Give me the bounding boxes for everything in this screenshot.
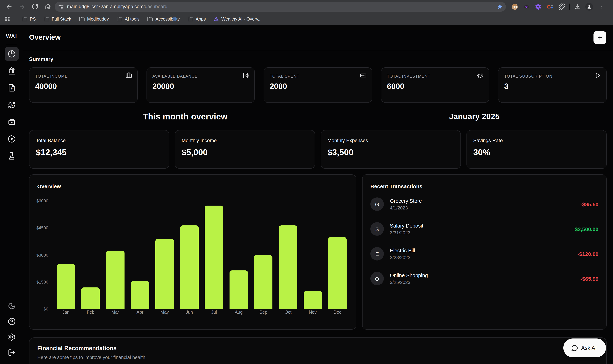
bookmarks-bar: PS Full Stack Medibuddy AI tools Accessi… [0,13,613,25]
settings-button[interactable] [7,332,16,342]
sidebar-item-labs[interactable] [4,149,19,163]
card-value: 30% [473,147,600,157]
card-label: Savings Rate [473,138,600,143]
bar-jan [54,201,78,309]
reload-button[interactable] [28,1,41,12]
x-tick: Jul [202,310,226,315]
chart-y-axis: $6000 $4500 $3000 $1500 $0 [29,201,50,309]
wealthy-ai-favicon [214,16,219,22]
add-button[interactable] [594,31,606,44]
card-label: TOTAL SPENT [270,74,366,78]
pie-chart-icon [8,50,15,58]
eye-extension-icon[interactable] [523,3,530,11]
transaction-info: Electric Bill 3/28/2023 [390,247,415,260]
card-value: 2000 [270,82,366,91]
transaction-date: 4/1/2023 [390,205,422,210]
sidebar-item-dashboard[interactable] [4,47,19,61]
bookmark-folder-accessibility[interactable]: Accessibility [144,15,183,23]
bar-apr [127,201,152,309]
transaction-info: Online Shopping 3/25/2023 [390,272,428,285]
bar-feb [78,201,103,309]
ask-ai-button[interactable]: Ask AI [563,338,606,357]
bookmark-folder-medibuddy[interactable]: Medibuddy [76,15,112,23]
gear-extension-icon[interactable] [534,3,542,11]
downloads-button[interactable] [574,3,581,11]
url-text: main.ddg8iicsr72an.amplifyapp.com/dashbo… [67,4,167,9]
chart-transactions-row: Overview $6000 $4500 $3000 $1500 $0 [29,174,607,330]
x-tick: Sep [251,310,276,315]
bookmark-label: Accessibility [156,16,180,21]
folder-icon [188,16,193,22]
page-header: Overview [23,25,613,50]
browser-menu-button[interactable] [597,3,605,11]
browser-chrome: main.ddg8iicsr72an.amplifyapp.com/dashbo… [0,0,613,25]
address-bar[interactable]: main.ddg8iicsr72an.amplifyapp.com/dashbo… [55,2,506,12]
bookmark-star-icon[interactable] [497,3,503,10]
bookmark-label: Wealthy AI - Overv... [221,16,262,21]
sidebar-item-subscriptions[interactable] [4,115,19,129]
avatar: O [370,272,384,285]
bar-mar [103,201,127,309]
sidebar-item-accounts[interactable] [4,64,19,78]
bookmark-label: AI tools [125,16,139,21]
transaction-amount: -$65.99 [580,275,599,282]
forward-button[interactable] [16,1,28,12]
sidebar-item-transactions[interactable]: $ [4,98,19,112]
help-button[interactable] [7,316,16,326]
card-label: TOTAL INVESTMENT [387,74,483,78]
summary-card-total-subscription: TOTAL SUBSCRIPTION 3 [498,67,607,103]
financial-recommendations-card: Financial Recommendations Here are some … [29,338,607,364]
theme-toggle-button[interactable] [7,301,16,311]
bookmark-folder-ai-tools[interactable]: AI tools [113,15,143,23]
bar-jul [202,201,226,309]
clerk-extension-icon[interactable]: C [546,3,554,11]
apps-grid-icon[interactable] [4,16,10,22]
bookmark-folder-ps[interactable]: PS [18,15,39,23]
month-overview-heading: This month overview [143,111,227,121]
month-headings-row: This month overview January 2025 [29,103,607,130]
bar-dec [325,201,350,309]
sidebar: WAI $ $ [0,25,23,364]
bar-aug [226,201,251,309]
card-label: Total Balance [36,138,163,143]
site-info-icon[interactable] [58,4,64,9]
logout-icon [8,349,15,357]
x-tick: Apr [127,310,152,315]
current-month-label: January 2025 [449,112,500,121]
folder-icon [43,16,49,22]
overview-chart-card: Overview $6000 $4500 $3000 $1500 $0 [29,174,356,330]
bookmark-wealthy-ai[interactable]: Wealthy AI - Overv... [210,15,265,23]
browser-profile-button[interactable] [585,3,593,11]
back-button[interactable] [3,1,16,12]
month-card-total-balance: Total Balance $12,345 [29,130,169,169]
moon-icon [8,302,15,310]
extensions-puzzle-icon[interactable] [558,3,565,11]
avatar-extension-icon[interactable] [511,3,519,11]
sidebar-item-goals[interactable] [4,132,19,146]
back-arrow-icon [6,3,13,10]
summary-card-total-spent: TOTAL SPENT 2000 [264,67,372,103]
home-button[interactable] [41,1,54,12]
bookmark-folder-full-stack[interactable]: Full Stack [40,15,74,23]
sidebar-item-bills[interactable]: $ [4,81,19,95]
sidebar-footer [7,295,16,358]
transaction-info: Grocery Store 4/1/2023 [390,198,422,210]
x-tick: Oct [276,310,300,315]
sidebar-divider [6,45,17,45]
summary-card-total-income: TOTAL INCOME 40000 [29,67,137,103]
transactions-list: G Grocery Store 4/1/2023 -$85.50 S Salar… [363,175,606,291]
avatar: S [370,222,384,236]
forward-arrow-icon [18,3,26,10]
flask-icon [8,152,15,160]
card-value: 6000 [387,82,483,91]
y-tick: $3000 [36,253,48,258]
month-card-monthly-expenses: Monthly Expenses $3,500 [321,130,461,169]
transaction-amount: $2,500.00 [575,226,599,232]
folder-icon [147,16,153,22]
play-icon [595,72,601,79]
bookmark-folder-apps[interactable]: Apps [184,15,209,23]
card-label: TOTAL SUBSCRIPTION [504,74,600,78]
chart-title: Overview [37,183,61,189]
bar-chart-plot [54,201,350,309]
logout-button[interactable] [7,348,16,358]
